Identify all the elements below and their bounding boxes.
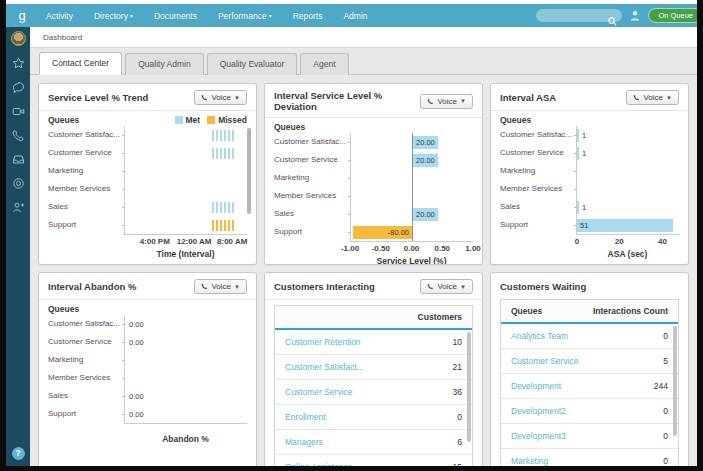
- queue-link[interactable]: Customer Satisfact...: [285, 362, 364, 372]
- chart-row: 0.00: [125, 387, 247, 405]
- phone-icon[interactable]: [12, 129, 25, 142]
- tab-quality-admin[interactable]: Quality Admin: [125, 53, 203, 75]
- chart-row: [125, 198, 247, 216]
- interval-mark-met: [212, 148, 234, 159]
- chart-row: 0.00: [125, 333, 247, 351]
- app-logo[interactable]: g: [14, 9, 30, 23]
- voice-filter-button[interactable]: Voice ▼: [420, 94, 473, 109]
- value-label: 0.00: [129, 338, 144, 347]
- favorites-star-icon[interactable]: [12, 57, 25, 70]
- tab-contact-center[interactable]: Contact Center: [39, 52, 122, 75]
- queue-label: Marketing: [274, 169, 350, 187]
- queue-label: Customer Satisfac...: [500, 126, 576, 144]
- legend-label-met: Met: [186, 115, 201, 125]
- queue-label: Member Services: [274, 187, 350, 205]
- x-tick: 8:00 AM: [217, 237, 247, 246]
- table-row: Customer Service5: [501, 349, 678, 374]
- chart-row: [125, 216, 247, 234]
- queue-label: Marketing: [48, 351, 124, 369]
- topbar-right: On Queue: [536, 7, 691, 25]
- queue-link[interactable]: Customer Service: [285, 387, 353, 397]
- avatar[interactable]: [11, 31, 26, 46]
- voice-filter-button[interactable]: Voice ▼: [420, 279, 473, 294]
- deviation-bar: 20.00: [413, 136, 438, 149]
- queue-link[interactable]: Analytics Team: [511, 331, 568, 341]
- user-icon[interactable]: [630, 7, 640, 25]
- chart-scrollbar[interactable]: [247, 128, 251, 214]
- queue-link[interactable]: Customer Service: [511, 356, 579, 366]
- nav-item-admin[interactable]: Admin: [343, 11, 367, 21]
- queue-label: Customer Service: [500, 144, 576, 162]
- table-row: Customer Retention10: [275, 330, 472, 355]
- panel-title: Customers Waiting: [491, 273, 688, 294]
- tab-agent[interactable]: Agent: [300, 53, 348, 75]
- table-row: Development244: [501, 374, 678, 399]
- left-sidebar: ?: [6, 27, 30, 466]
- video-icon[interactable]: [12, 105, 25, 118]
- queue-label: Marketing: [48, 162, 124, 180]
- missed-swatch: [207, 116, 215, 124]
- met-swatch: [175, 116, 183, 124]
- search-box[interactable]: [536, 9, 622, 22]
- add-person-icon[interactable]: [12, 201, 25, 214]
- queue-link[interactable]: Managers: [285, 437, 323, 447]
- x-axis-ticks: 4:00 PM12:00 AM8:00 AM: [124, 237, 247, 248]
- x-tick: 40: [658, 237, 667, 246]
- interval-mark-missed: [212, 220, 234, 231]
- voice-filter-button[interactable]: Voice ▼: [194, 90, 247, 105]
- x-tick: 0.00: [404, 244, 420, 253]
- voice-filter-label: Voice: [211, 93, 231, 102]
- queue-label: Support: [48, 216, 124, 234]
- x-tick: -0.50: [372, 244, 390, 253]
- status-badge[interactable]: On Queue: [648, 8, 697, 23]
- chart-row: [125, 369, 247, 387]
- asa-bar: [577, 219, 673, 232]
- nav-item-reports[interactable]: Reports: [293, 11, 323, 21]
- chat-icon[interactable]: [12, 81, 25, 94]
- nav-item-performance[interactable]: Performance▾: [218, 11, 272, 21]
- queue-label: Sales: [274, 205, 350, 223]
- count-value: 0: [663, 406, 668, 416]
- search-icon[interactable]: [608, 12, 617, 30]
- help-icon[interactable]: ?: [12, 447, 25, 460]
- queue-link[interactable]: Online Assistance: [285, 462, 353, 466]
- chart-row: 0.00: [125, 315, 247, 333]
- nav-item-documents[interactable]: Documents: [154, 11, 197, 21]
- legend: Met Missed: [175, 115, 247, 125]
- x-tick: -1.00: [341, 244, 359, 253]
- interval-mark-met: [212, 202, 234, 213]
- queue-link[interactable]: Development: [511, 381, 561, 391]
- voice-filter-button[interactable]: Voice ▼: [194, 279, 247, 294]
- queue-label: Customer Satisfac...: [274, 133, 350, 151]
- queue-link[interactable]: Enrollment: [285, 412, 326, 422]
- tab-quality-evaluator[interactable]: Quality Evaluator: [207, 53, 298, 75]
- count-value: 0: [457, 412, 462, 422]
- panel-interval-asa: Interval ASA Voice ▼ Queues Customer Sat…: [490, 83, 689, 265]
- panel-interval-service-level-deviation: Interval Service Level % Deviation Voice…: [264, 83, 483, 265]
- queue-link[interactable]: Marketing: [511, 456, 548, 466]
- table-scrollbar[interactable]: [467, 332, 471, 442]
- voice-filter-button[interactable]: Voice ▼: [626, 90, 679, 105]
- phone-icon: [201, 283, 208, 290]
- interval-mark-met: [212, 130, 234, 141]
- queue-link[interactable]: Development3: [511, 431, 566, 441]
- table-scrollbar[interactable]: [673, 326, 677, 436]
- table-row: Development20: [501, 399, 678, 424]
- deviation-bar: 20.00: [413, 154, 438, 167]
- queue-label: Sales: [48, 198, 124, 216]
- legend-label-missed: Missed: [218, 115, 247, 125]
- value-label: 0.00: [129, 320, 144, 329]
- queue-link[interactable]: Development2: [511, 406, 566, 416]
- support-ring-icon[interactable]: [12, 177, 25, 190]
- count-value: 36: [453, 387, 462, 397]
- count-value: 5: [663, 356, 668, 366]
- zero-axis-line: [412, 133, 413, 241]
- phone-icon: [633, 94, 640, 101]
- count-value: 0: [663, 331, 668, 341]
- nav-item-directory[interactable]: Directory▾: [94, 11, 133, 21]
- nav-item-activity[interactable]: Activity: [46, 11, 73, 21]
- queue-link[interactable]: Customer Retention: [285, 337, 361, 347]
- inbox-icon[interactable]: [12, 153, 25, 166]
- breadcrumb: Dashboard: [30, 27, 697, 48]
- tab-bar: Contact CenterQuality AdminQuality Evalu…: [30, 48, 697, 75]
